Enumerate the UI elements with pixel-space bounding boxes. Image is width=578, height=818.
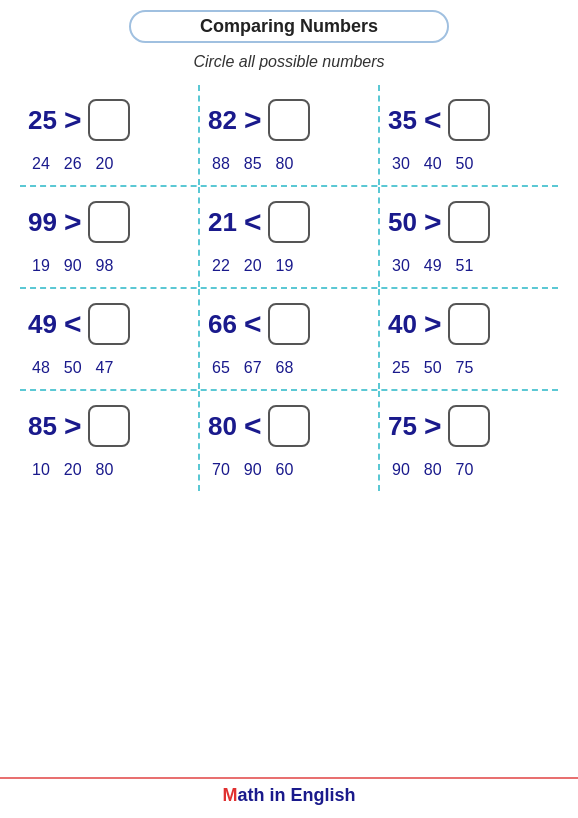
cell-0-0: 25>242620 (20, 85, 200, 185)
choice-number[interactable]: 20 (64, 461, 82, 479)
operator: > (424, 307, 442, 341)
choice-number[interactable]: 90 (244, 461, 262, 479)
choices-row: 222019 (208, 257, 293, 275)
cell-3-2: 75>908070 (380, 391, 558, 491)
choices-row: 485047 (28, 359, 113, 377)
choice-number[interactable]: 80 (424, 461, 442, 479)
choice-number[interactable]: 20 (244, 257, 262, 275)
problem-3-0: 85> (28, 405, 130, 447)
problem-0-1: 82> (208, 99, 310, 141)
answer-box[interactable] (448, 99, 490, 141)
choice-number[interactable]: 68 (276, 359, 294, 377)
choice-number[interactable]: 75 (456, 359, 474, 377)
answer-box[interactable] (268, 201, 310, 243)
answer-box[interactable] (448, 405, 490, 447)
footer-m: M (222, 785, 237, 805)
choice-number[interactable]: 22 (212, 257, 230, 275)
cell-0-1: 82>888580 (200, 85, 380, 185)
choice-number[interactable]: 60 (276, 461, 294, 479)
problem-0-2: 35< (388, 99, 490, 141)
choice-number[interactable]: 50 (456, 155, 474, 173)
answer-box[interactable] (88, 303, 130, 345)
choices-row: 709060 (208, 461, 293, 479)
operator: > (244, 103, 262, 137)
choice-number[interactable]: 40 (424, 155, 442, 173)
choice-number[interactable]: 67 (244, 359, 262, 377)
answer-box[interactable] (448, 303, 490, 345)
choice-number[interactable]: 80 (96, 461, 114, 479)
problem-0-0: 25> (28, 99, 130, 141)
operator: > (424, 205, 442, 239)
choice-number[interactable]: 90 (392, 461, 410, 479)
choice-number[interactable]: 19 (32, 257, 50, 275)
choice-number[interactable]: 50 (64, 359, 82, 377)
problem-number: 75 (388, 411, 418, 442)
answer-box[interactable] (268, 405, 310, 447)
choices-row: 908070 (388, 461, 473, 479)
operator: > (424, 409, 442, 443)
problem-row-3: 85>10208080<70906075>908070 (20, 391, 558, 491)
problem-1-1: 21< (208, 201, 310, 243)
cell-3-1: 80<709060 (200, 391, 380, 491)
problem-number: 99 (28, 207, 58, 238)
choices-row: 242620 (28, 155, 113, 173)
choices-row: 199098 (28, 257, 113, 275)
choice-number[interactable]: 48 (32, 359, 50, 377)
cell-0-2: 35<304050 (380, 85, 558, 185)
problem-number: 82 (208, 105, 238, 136)
cell-2-2: 40>255075 (380, 289, 558, 389)
operator: > (64, 103, 82, 137)
answer-box[interactable] (268, 99, 310, 141)
choice-number[interactable]: 80 (276, 155, 294, 173)
choice-number[interactable]: 98 (96, 257, 114, 275)
choice-number[interactable]: 26 (64, 155, 82, 173)
cell-1-0: 99>199098 (20, 187, 200, 287)
choice-number[interactable]: 49 (424, 257, 442, 275)
problem-number: 49 (28, 309, 58, 340)
answer-box[interactable] (88, 99, 130, 141)
operator: < (244, 205, 262, 239)
choice-number[interactable]: 20 (96, 155, 114, 173)
choice-number[interactable]: 50 (424, 359, 442, 377)
operator: < (244, 307, 262, 341)
answer-box[interactable] (268, 303, 310, 345)
operator: > (64, 205, 82, 239)
choice-number[interactable]: 24 (32, 155, 50, 173)
choice-number[interactable]: 85 (244, 155, 262, 173)
choice-number[interactable]: 47 (96, 359, 114, 377)
choice-number[interactable]: 90 (64, 257, 82, 275)
problem-2-2: 40> (388, 303, 490, 345)
operator: < (244, 409, 262, 443)
problem-number: 50 (388, 207, 418, 238)
choice-number[interactable]: 30 (392, 257, 410, 275)
problem-number: 21 (208, 207, 238, 238)
problem-2-0: 49< (28, 303, 130, 345)
choice-number[interactable]: 51 (456, 257, 474, 275)
choice-number[interactable]: 30 (392, 155, 410, 173)
choices-row: 656768 (208, 359, 293, 377)
problem-number: 80 (208, 411, 238, 442)
choice-number[interactable]: 19 (276, 257, 294, 275)
problem-2-1: 66< (208, 303, 310, 345)
choice-number[interactable]: 70 (456, 461, 474, 479)
answer-box[interactable] (88, 201, 130, 243)
page: Comparing Numbers Circle all possible nu… (0, 0, 578, 818)
choice-number[interactable]: 70 (212, 461, 230, 479)
choice-number[interactable]: 10 (32, 461, 50, 479)
problem-number: 35 (388, 105, 418, 136)
cell-2-1: 66<656768 (200, 289, 380, 389)
answer-box[interactable] (448, 201, 490, 243)
answer-box[interactable] (88, 405, 130, 447)
cell-1-1: 21<222019 (200, 187, 380, 287)
choice-number[interactable]: 65 (212, 359, 230, 377)
operator: < (424, 103, 442, 137)
choice-number[interactable]: 25 (392, 359, 410, 377)
problem-row-0: 25>24262082>88858035<304050 (20, 85, 558, 187)
problem-1-2: 50> (388, 201, 490, 243)
choice-number[interactable]: 88 (212, 155, 230, 173)
footer-brand: ath in English (237, 785, 355, 805)
footer: Math in English (0, 777, 578, 806)
problem-3-2: 75> (388, 405, 490, 447)
problem-number: 40 (388, 309, 418, 340)
problem-3-1: 80< (208, 405, 310, 447)
